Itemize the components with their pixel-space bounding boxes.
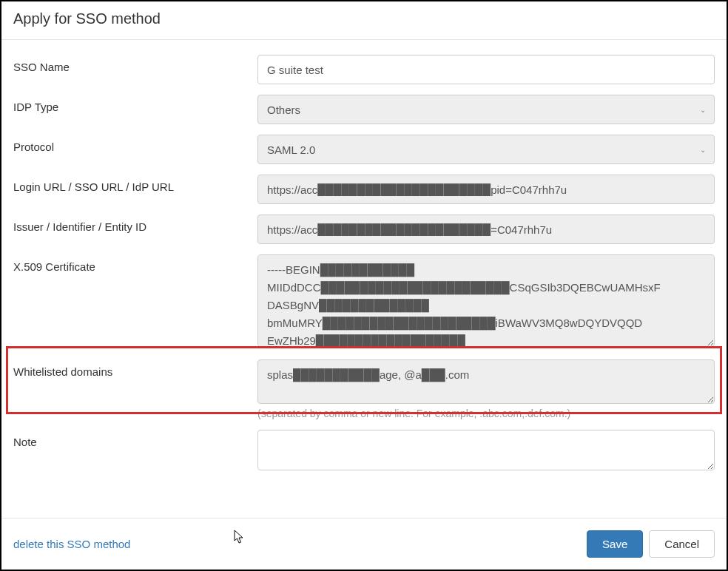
row-issuer: Issuer / Identifier / Entity ID xyxy=(13,214,715,244)
save-button[interactable]: Save xyxy=(587,530,643,558)
label-issuer: Issuer / Identifier / Entity ID xyxy=(13,214,257,233)
whitelisted-textarea[interactable] xyxy=(257,359,715,404)
label-protocol: Protocol xyxy=(13,135,257,153)
row-protocol: Protocol SAML 2.0 ⌄ xyxy=(13,135,715,164)
row-note: Note xyxy=(13,430,715,473)
dialog-header: Apply for SSO method xyxy=(1,1,727,40)
label-idp-type: IDP Type xyxy=(13,95,257,113)
row-login-url: Login URL / SSO URL / IdP URL xyxy=(13,175,715,204)
label-login-url: Login URL / SSO URL / IdP URL xyxy=(13,175,257,193)
form-body: SSO Name IDP Type Others ⌄ Protocol SAML… xyxy=(1,40,727,518)
dialog-title: Apply for SSO method xyxy=(13,10,715,27)
login-url-input[interactable] xyxy=(257,175,715,204)
dialog-footer: delete this SSO method Save Cancel xyxy=(1,518,727,570)
row-certificate: X.509 Certificate xyxy=(13,254,715,349)
label-whitelisted: Whitelisted domains xyxy=(13,359,257,378)
cancel-button[interactable]: Cancel xyxy=(649,530,715,558)
sso-apply-dialog: Apply for SSO method SSO Name IDP Type O… xyxy=(0,0,728,571)
label-note: Note xyxy=(13,430,257,448)
label-certificate: X.509 Certificate xyxy=(13,254,257,273)
label-sso-name: SSO Name xyxy=(13,55,257,73)
protocol-select[interactable]: SAML 2.0 xyxy=(257,135,715,164)
footer-buttons: Save Cancel xyxy=(587,530,715,558)
idp-type-select[interactable]: Others xyxy=(257,95,715,124)
row-whitelisted: Whitelisted domains (separated by comma … xyxy=(13,359,715,419)
sso-name-input[interactable] xyxy=(257,55,715,84)
row-idp-type: IDP Type Others ⌄ xyxy=(13,95,715,124)
issuer-input[interactable] xyxy=(257,214,715,244)
note-textarea[interactable] xyxy=(257,430,715,470)
certificate-textarea[interactable] xyxy=(257,254,715,347)
row-sso-name: SSO Name xyxy=(13,55,715,84)
whitelisted-hint: (separated by comma or new line. For exa… xyxy=(257,408,715,419)
delete-sso-link[interactable]: delete this SSO method xyxy=(13,538,130,550)
